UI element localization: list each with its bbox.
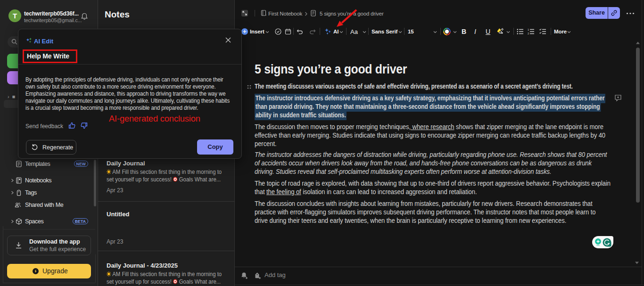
svg-text:1: 1 bbox=[528, 28, 529, 31]
svg-text:2: 2 bbox=[528, 32, 529, 35]
